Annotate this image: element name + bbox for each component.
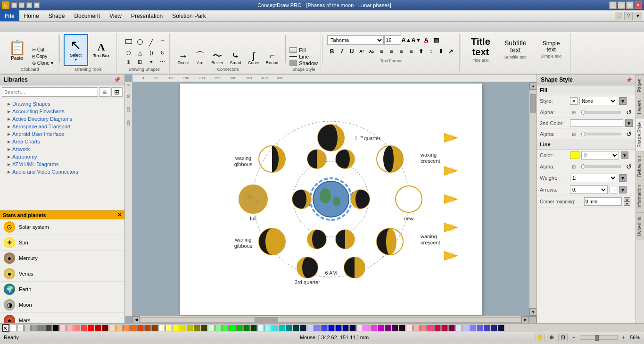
subtitle-style-btn[interactable]: Subtitle text Subtitle text (498, 34, 533, 65)
palette-color[interactable] (286, 325, 292, 331)
mercury-item[interactable]: ● Mercury (0, 251, 124, 266)
moon-item[interactable]: ◑ Moon (0, 297, 124, 313)
palette-color[interactable] (215, 325, 222, 331)
palette-transparent[interactable]: ✕ (2, 324, 9, 332)
palette-color[interactable] (45, 325, 52, 331)
information-tab[interactable]: Information (636, 181, 644, 212)
lib-grid-view[interactable]: ⊞ (111, 87, 123, 97)
palette-color[interactable] (151, 325, 158, 331)
superscript-btn[interactable]: A² (357, 47, 366, 56)
line-toggle[interactable]: Line (299, 54, 309, 59)
paste-button[interactable]: 📋 Paste (5, 34, 29, 66)
lib-area-charts[interactable]: ▶ Area Charts (0, 138, 124, 145)
font-size-input[interactable] (384, 35, 401, 45)
document-menu[interactable]: Document (69, 10, 105, 21)
palette-color[interactable] (130, 325, 137, 331)
palette-color[interactable] (498, 325, 504, 331)
palette-color[interactable] (293, 325, 299, 331)
align-justify-btn[interactable]: ≡ (406, 47, 416, 56)
palette-color[interactable] (236, 325, 243, 331)
select-button[interactable]: ↖ Select ▾ (64, 34, 88, 66)
shape-style-pin[interactable]: 📌 (626, 77, 632, 83)
palette-color[interactable] (371, 325, 377, 331)
palette-color[interactable] (279, 325, 285, 331)
mars-item[interactable]: ● Mars (0, 313, 124, 323)
libraries-pin[interactable]: 📌 (114, 76, 121, 83)
zoom-actual-btn[interactable]: ⊕ (547, 334, 556, 341)
lib-aerospace[interactable]: ▶ Aerospace and Transport (0, 123, 124, 130)
line-alpha-reset[interactable]: ↺ (625, 163, 633, 170)
shadow-toggle[interactable]: Shadow (299, 60, 318, 66)
help-btn[interactable]: ? (624, 12, 633, 20)
palette-color[interactable] (208, 325, 215, 331)
arc-connector[interactable]: ⌒ Arc (192, 50, 207, 66)
arrows-dropdown[interactable]: ▼ (619, 186, 627, 193)
palette-color[interactable] (300, 325, 306, 331)
vertical-scrollbar[interactable]: ▲ ▼ (529, 82, 537, 316)
zoom-out-btn[interactable]: - (570, 334, 578, 341)
palette-color[interactable] (88, 325, 94, 331)
venus-item[interactable]: ● Venus (0, 266, 124, 282)
palette-color[interactable] (194, 325, 200, 331)
hand-tool-btn[interactable]: ✋ (536, 334, 545, 341)
palette-color[interactable] (187, 325, 193, 331)
smart-connector[interactable]: ⤷ Smart (227, 50, 244, 66)
palette-color[interactable] (66, 325, 73, 331)
fit-page-btn[interactable]: ⊡ (558, 334, 568, 341)
palette-color[interactable] (116, 325, 123, 331)
palette-color[interactable] (102, 325, 108, 331)
palette-color[interactable] (109, 325, 116, 331)
zoom-in-btn[interactable]: + (619, 334, 628, 341)
scroll-left-btn[interactable]: ◀ (132, 316, 140, 324)
palette-color[interactable] (406, 325, 413, 331)
palette-color[interactable] (385, 325, 391, 331)
weight-dropdown[interactable]: ▼ (619, 174, 627, 182)
sun-item[interactable]: ☀ Sun (0, 235, 124, 251)
minimize-btn[interactable]: _ (609, 1, 617, 9)
zoom-thumb[interactable] (595, 335, 599, 341)
layers-tab[interactable]: Layers (636, 96, 644, 118)
font-format-btn[interactable]: ▤ (431, 35, 441, 45)
palette-color[interactable] (59, 325, 66, 331)
arrows-select[interactable]: 0: 1: (570, 185, 608, 194)
corner-down-btn[interactable]: ▼ (624, 201, 630, 206)
palette-color[interactable] (448, 325, 455, 331)
corner-input[interactable] (584, 197, 622, 206)
palette-color[interactable] (335, 325, 342, 331)
palette-color[interactable] (229, 325, 236, 331)
palette-color[interactable] (137, 325, 144, 331)
palette-color[interactable] (462, 325, 469, 331)
align-right-btn[interactable]: ≡ (396, 47, 406, 56)
subscript-btn[interactable]: A₂ (367, 47, 376, 56)
style-select[interactable]: None Solid (579, 97, 617, 105)
align-center-btn[interactable]: ≡ (387, 47, 396, 56)
palette-color[interactable] (123, 325, 130, 331)
v-scroll-thumb[interactable] (530, 94, 536, 113)
palette-color[interactable] (201, 325, 207, 331)
palette-color[interactable] (257, 325, 264, 331)
palette-color[interactable] (165, 325, 172, 331)
palette-color[interactable] (349, 325, 356, 331)
palette-color[interactable] (392, 325, 398, 331)
round-connector[interactable]: ⌐ Round (263, 50, 281, 66)
text-box-button[interactable]: A Text Box (89, 34, 114, 66)
palette-color[interactable] (24, 325, 31, 331)
palette-color[interactable] (222, 325, 229, 331)
hyperlink-tab[interactable]: Hyperlink (636, 212, 644, 240)
palette-color[interactable] (81, 325, 87, 331)
palette-color[interactable] (74, 325, 80, 331)
palette-color[interactable] (356, 325, 363, 331)
line-alpha-slider[interactable] (581, 165, 621, 168)
lib-artwork[interactable]: ▶ Artwork (0, 145, 124, 153)
font-name-select[interactable]: Tahoma Arial Times New Roman (327, 35, 384, 45)
palette-color[interactable] (38, 325, 45, 331)
palette-color[interactable] (52, 325, 59, 331)
lib-active-directory[interactable]: ▶ Active Directory Diagrams (0, 115, 124, 123)
palette-color[interactable] (158, 325, 165, 331)
valign-mid-btn[interactable]: ↕ (426, 47, 436, 56)
palette-color[interactable] (363, 325, 370, 331)
alpha-slider-2[interactable] (581, 133, 621, 135)
palette-color[interactable] (243, 325, 250, 331)
style-dropdown-btn[interactable]: ▼ (619, 97, 627, 105)
presentation-menu[interactable]: Presentation (126, 10, 167, 21)
